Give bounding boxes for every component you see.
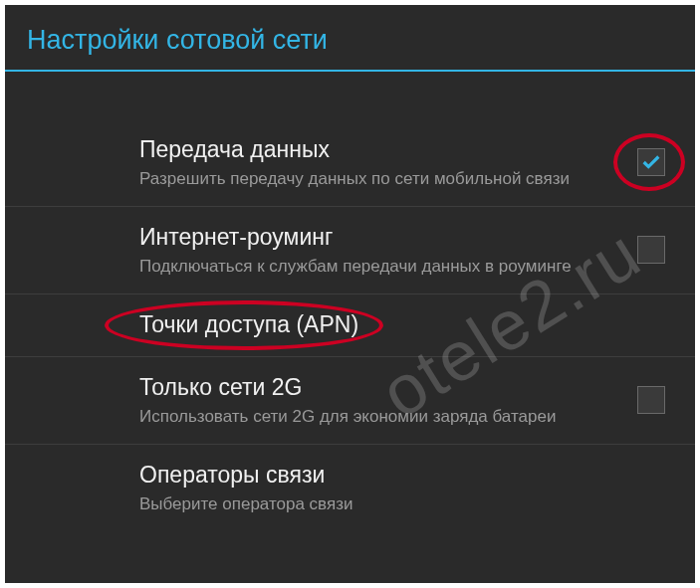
settings-screen: Настройки сотовой сети Передача данных Р… <box>5 5 695 583</box>
checkbox-data-transfer[interactable] <box>637 148 665 176</box>
checkbox-roaming[interactable] <box>637 236 665 264</box>
page-title: Настройки сотовой сети <box>27 25 673 56</box>
setting-row-data-transfer[interactable]: Передача данных Разрешить передачу данны… <box>5 119 695 207</box>
setting-row-operators[interactable]: Операторы связи Выберите оператора связи <box>5 445 695 531</box>
setting-text-block: Интернет-роуминг Подключаться к службам … <box>139 223 637 278</box>
check-icon <box>640 151 662 173</box>
setting-text-block: Передача данных Разрешить передачу данны… <box>139 135 637 190</box>
setting-text-block: Операторы связи Выберите оператора связи <box>139 461 665 515</box>
setting-title: Только сети 2G <box>139 373 617 403</box>
setting-title: Передача данных <box>139 135 617 165</box>
setting-title: Точки доступа (APN) <box>139 310 645 340</box>
setting-text-block: Точки доступа (APN) <box>139 310 665 340</box>
setting-subtitle: Подключаться к службам передачи данных в… <box>139 256 617 278</box>
setting-subtitle: Использовать сети 2G для экономии заряда… <box>139 406 617 428</box>
setting-row-roaming[interactable]: Интернет-роуминг Подключаться к службам … <box>5 207 695 294</box>
setting-subtitle: Разрешить передачу данных по сети мобиль… <box>139 168 617 190</box>
setting-row-2g-only[interactable]: Только сети 2G Использовать сети 2G для … <box>5 357 695 445</box>
setting-row-apn[interactable]: Точки доступа (APN) <box>5 294 695 357</box>
setting-title: Операторы связи <box>139 461 645 490</box>
settings-list: Передача данных Разрешить передачу данны… <box>5 72 695 531</box>
setting-title: Интернет-роуминг <box>139 223 617 253</box>
setting-subtitle: Выберите оператора связи <box>139 493 645 515</box>
header: Настройки сотовой сети <box>5 5 695 70</box>
checkbox-2g-only[interactable] <box>637 386 665 414</box>
setting-text-block: Только сети 2G Использовать сети 2G для … <box>139 373 637 428</box>
